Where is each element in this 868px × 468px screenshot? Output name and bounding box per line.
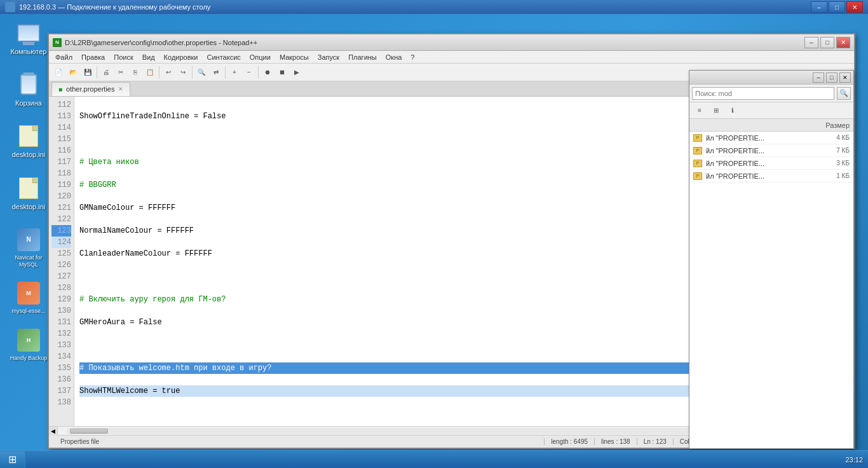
desktop-icon-file1[interactable]: desktop.ini: [6, 123, 51, 159]
file-name-2: йл "PROPERTIE...: [706, 147, 817, 155]
scroll-left-btn[interactable]: ◀: [49, 427, 58, 436]
tab-close-btn[interactable]: ✕: [118, 86, 123, 92]
file-size-3: 3 КБ: [821, 160, 850, 167]
tb-print[interactable]: 🖨: [99, 65, 113, 79]
status-filetype: Properties file: [54, 438, 545, 445]
tb-undo[interactable]: ↩: [161, 65, 175, 79]
notepad-window-controls: – □ ✕: [804, 37, 850, 48]
menu-search[interactable]: Поиск: [110, 53, 137, 62]
tb-sep5: [258, 66, 259, 79]
tb-open[interactable]: 📂: [66, 65, 80, 79]
tb-sep2: [159, 66, 159, 79]
file-size-4: 1 КБ: [821, 172, 850, 179]
menu-file[interactable]: Файл: [51, 53, 76, 62]
tb-copy[interactable]: ⎘: [128, 65, 142, 79]
line-numbers: 112 113 114 115 116 117 118 119 120 121 …: [49, 97, 74, 426]
panel-file-row-4[interactable]: P йл "PROPERTIE... 1 КБ: [689, 170, 853, 182]
panel-details[interactable]: ℹ: [725, 104, 740, 118]
panel-files-list: P йл "PROPERTIE... 4 КБ P йл "PROPERTIE.…: [689, 132, 853, 448]
desktop-icon-computer[interactable]: Компьютер: [6, 20, 51, 56]
tab-other-properties[interactable]: ■ other.properties ✕: [51, 82, 130, 96]
menu-windows[interactable]: Окна: [382, 53, 406, 62]
tb-macro-stop[interactable]: ⏹: [275, 65, 289, 79]
status-lines: lines : 138: [595, 438, 637, 445]
tb-sep1: [97, 66, 97, 79]
panel-file-row-2[interactable]: P йл "PROPERTIE... 7 КБ: [689, 144, 853, 157]
panel-toolbar: ≡ ⊞ ℹ: [689, 102, 853, 119]
desktop-icon-file2[interactable]: desktop.ini: [6, 176, 51, 211]
rdp-minimize[interactable]: –: [811, 1, 827, 13]
inner-desktop: Компьютер Корзина desktop.ini: [0, 14, 868, 468]
panel-search-bar: 🔍: [689, 85, 853, 102]
clock: 23:12: [840, 456, 868, 464]
menu-edit[interactable]: Правка: [78, 53, 109, 62]
tb-new[interactable]: 📄: [51, 65, 65, 79]
tb-macro-rec[interactable]: ⏺: [261, 65, 275, 79]
panel-search-input[interactable]: [692, 87, 834, 100]
notepad-icon: N: [53, 38, 62, 47]
file-size-2: 7 КБ: [821, 147, 850, 154]
tb-cut[interactable]: ✂: [114, 65, 128, 79]
menu-options[interactable]: Опции: [246, 53, 275, 62]
panel-titlebar: – □ ✕: [689, 71, 853, 85]
file-name-4: йл "PROPERTIE...: [706, 172, 817, 180]
tb-paste[interactable]: 📋: [143, 65, 157, 79]
tb-zoom-out[interactable]: −: [242, 65, 256, 79]
rdp-title-text: 192.168.0.3 — Подключение к удаленному р…: [19, 3, 811, 11]
rdp-maximize[interactable]: □: [829, 1, 845, 13]
panel-close[interactable]: ✕: [839, 72, 851, 83]
menu-encoding[interactable]: Кодировки: [160, 53, 202, 62]
file-name-3: йл "PROPERTIE...: [706, 160, 817, 167]
inner-taskbar: ⊞ 23:12: [0, 450, 868, 468]
menu-plugins[interactable]: Плагины: [344, 53, 381, 62]
size-column-header: Размер: [825, 121, 850, 129]
rdp-close[interactable]: ✕: [846, 1, 863, 13]
desktop-icons: Компьютер Корзина desktop.ini: [6, 20, 51, 362]
file-size-1: 4 КБ: [821, 134, 850, 141]
rdp-window-controls: – □ ✕: [811, 1, 863, 13]
notepad-title: D:\L2RB\gameserver\config\mod\other.prop…: [65, 39, 804, 46]
scroll-h-thumb[interactable]: [70, 429, 108, 434]
start-button[interactable]: ⊞: [0, 451, 25, 468]
file-icon-3: P: [693, 160, 702, 167]
tb-sep3: [192, 66, 193, 79]
panel-grid-view[interactable]: ⊞: [709, 104, 724, 118]
tb-find[interactable]: 🔍: [194, 65, 208, 79]
notepad-close[interactable]: ✕: [836, 37, 850, 48]
file-icon-4: P: [693, 172, 702, 180]
rdp-titlebar: 192.168.0.3 — Подключение к удаленному р…: [0, 0, 868, 14]
panel-restore[interactable]: □: [826, 72, 837, 83]
panel-file-row-3[interactable]: P йл "PROPERTIE... 3 КБ: [689, 157, 853, 170]
menu-help[interactable]: ?: [407, 53, 418, 62]
menu-macros[interactable]: Макросы: [276, 53, 313, 62]
notepad-restore[interactable]: □: [820, 37, 834, 48]
tab-icon: ■: [58, 86, 62, 93]
tb-save[interactable]: 💾: [81, 65, 95, 79]
notepad-minimize[interactable]: –: [804, 37, 818, 48]
notepad-menubar: Файл Правка Поиск Вид Кодировки Синтакси…: [49, 51, 854, 64]
tb-replace[interactable]: ⇄: [209, 65, 223, 79]
desktop-icon-mysql[interactable]: M mysql-esse...: [6, 280, 51, 315]
desktop-icon-navicat[interactable]: N Navicat for MySQL: [6, 227, 51, 268]
tb-sep4: [225, 66, 226, 79]
notepad-titlebar: N D:\L2RB\gameserver\config\mod\other.pr…: [49, 34, 854, 51]
outer-desktop: 192.168.0.3 — Подключение к удаленному р…: [0, 0, 868, 468]
rdp-icon: [5, 2, 15, 12]
file-name-1: йл "PROPERTIE...: [706, 134, 817, 142]
tb-redo[interactable]: ↪: [176, 65, 190, 79]
file-icon-1: P: [693, 134, 702, 142]
panel-list-view[interactable]: ≡: [692, 104, 707, 118]
file-icon-2: P: [693, 147, 702, 155]
right-panel: – □ ✕ 🔍 ≡ ⊞ ℹ Размер P йл "PROPERTIE...: [689, 70, 854, 449]
menu-view[interactable]: Вид: [139, 53, 159, 62]
tb-zoom-in[interactable]: +: [227, 65, 241, 79]
desktop-icon-trash[interactable]: Корзина: [6, 72, 51, 107]
menu-run[interactable]: Запуск: [314, 53, 343, 62]
status-ln: Ln : 123: [637, 438, 674, 445]
menu-syntax[interactable]: Синтаксис: [203, 53, 245, 62]
panel-file-row-1[interactable]: P йл "PROPERTIE... 4 КБ: [689, 132, 853, 144]
desktop-icon-handy[interactable]: H Handy Backup: [6, 327, 51, 362]
panel-min[interactable]: –: [813, 72, 824, 83]
panel-search-button[interactable]: 🔍: [837, 87, 851, 100]
tb-macro-play[interactable]: ▶: [290, 65, 304, 79]
